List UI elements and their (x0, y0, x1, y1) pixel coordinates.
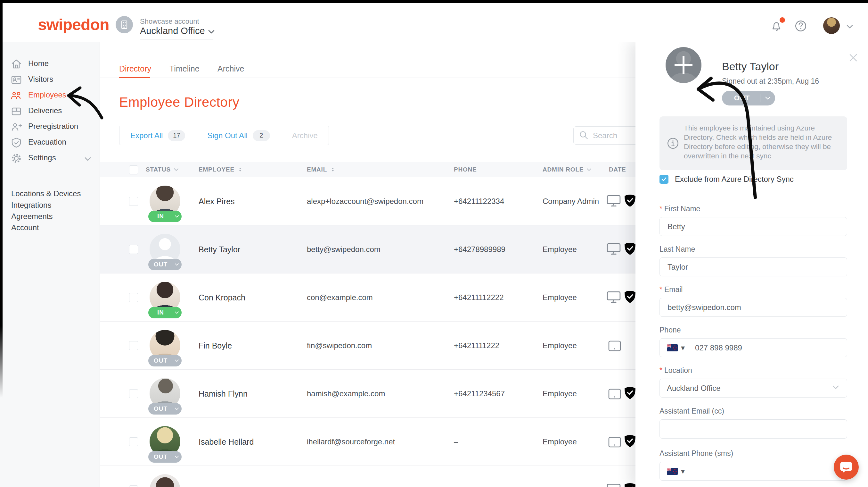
column-date[interactable]: DATE (609, 166, 626, 173)
sign-out-all-button[interactable]: Sign Out All 2 (196, 126, 281, 145)
sidebar-item-employees[interactable]: Employees (0, 88, 100, 103)
status-chevron-down-icon[interactable] (172, 214, 182, 219)
row-checkbox[interactable] (129, 197, 138, 206)
desktop-device-icon (606, 242, 621, 257)
row-checkbox[interactable] (129, 485, 138, 487)
column-email[interactable]: EMAIL (307, 166, 336, 173)
phone-field[interactable] (694, 343, 840, 353)
sidebar-item-settings[interactable]: Settings (0, 150, 100, 166)
desktop-device-icon (606, 194, 621, 209)
status-badge[interactable]: OUT (148, 259, 182, 270)
employee-phone: – (454, 437, 458, 446)
sidebar-item-preregistration[interactable]: Preregistration (0, 119, 100, 135)
user-avatar[interactable] (823, 17, 840, 34)
nz-flag-icon[interactable] (667, 468, 678, 475)
assistant-phone-field[interactable] (694, 466, 840, 476)
row-checkbox[interactable] (129, 341, 138, 350)
swipedon-logo[interactable]: swipedon (38, 16, 109, 34)
row-checkbox[interactable] (129, 389, 138, 398)
assistant-email-field[interactable] (667, 424, 840, 434)
sidebar-link-integrations[interactable]: Integrations (11, 201, 51, 210)
country-select-caret-icon[interactable]: ▾ (681, 467, 685, 476)
column-admin-role[interactable]: ADMIN ROLE (542, 166, 592, 173)
close-icon[interactable] (849, 53, 860, 64)
column-phone[interactable]: PHONE (454, 166, 477, 173)
row-checkbox[interactable] (129, 293, 138, 302)
sidebar-item-evacuation[interactable]: Evacuation (0, 135, 100, 150)
tablet-device-icon (608, 436, 622, 450)
status-badge[interactable]: IN (148, 307, 182, 318)
employee-admin-role: Employee (542, 293, 577, 302)
exclude-sync-label: Exclude from Azure Directory Sync (675, 175, 794, 184)
account-chevron-down-icon[interactable] (208, 28, 215, 36)
status-chevron-down-icon[interactable] (172, 310, 182, 315)
panel-status-line: Signed out at 2:35pm, Aug 16 (722, 77, 819, 86)
employee-name: Alex Pires (198, 197, 235, 206)
archive-button[interactable]: Archive (281, 126, 329, 145)
status-badge[interactable]: IN (148, 211, 182, 222)
location-verified-icon (624, 483, 636, 487)
status-chevron-down-icon[interactable] (172, 406, 182, 411)
user-menu-chevron-down-icon[interactable] (845, 23, 854, 31)
sidebar-item-home[interactable]: Home (0, 56, 100, 72)
employee-admin-role: Employee (542, 245, 577, 254)
location-verified-icon (624, 242, 636, 257)
column-status[interactable]: STATUS (146, 166, 179, 173)
top-header: swipedon Showcase account Auckland Offic… (0, 3, 868, 42)
export-all-button[interactable]: Export All 17 (120, 126, 196, 145)
status-chevron-down-icon[interactable] (172, 359, 182, 363)
status-badge[interactable]: OUT (148, 451, 182, 463)
employee-phone: +64211234567 (454, 389, 505, 398)
tab-archive[interactable]: Archive (217, 64, 244, 74)
location-verified-icon (624, 435, 636, 449)
status-chevron-down-icon[interactable] (761, 95, 775, 101)
sidebar-link-account[interactable]: Account (11, 223, 39, 232)
sign-out-count-badge: 2 (253, 130, 270, 141)
status-badge[interactable]: OUT (148, 403, 182, 414)
email-field[interactable] (667, 303, 840, 312)
bulk-actions-group: Export All 17 Sign Out All 2 Archive (119, 126, 329, 145)
desktop-device-icon (606, 290, 621, 305)
app-window: swipedon Showcase account Auckland Offic… (0, 0, 868, 487)
first-name-field[interactable] (667, 222, 840, 231)
sort-icon (237, 166, 243, 173)
row-checkbox[interactable] (129, 245, 138, 254)
assistant-email-label: Assistant Email (cc) (659, 407, 847, 416)
employee-phone: +6421111222 (454, 341, 499, 350)
tab-directory[interactable]: Directory (119, 64, 151, 74)
sidebar-item-deliveries[interactable]: Deliveries (0, 103, 100, 119)
last-name-field[interactable] (667, 262, 840, 272)
last-name-label: Last Name (659, 245, 847, 254)
nz-flag-icon[interactable] (667, 344, 678, 351)
sidebar-divider (10, 222, 90, 222)
column-employee[interactable]: EMPLOYEE (198, 166, 243, 173)
upload-photo-button[interactable] (665, 47, 702, 83)
tablet-device-icon (608, 388, 622, 401)
employee-admin-role: Employee (542, 437, 577, 446)
sidebar-link-locations-devices[interactable]: Locations & Devices (11, 189, 81, 198)
exclude-sync-checkbox[interactable] (659, 175, 669, 184)
location-select[interactable]: Auckland Office (659, 379, 847, 398)
tab-timeline[interactable]: Timeline (169, 64, 199, 74)
employee-email: betty@swipedon.com (307, 245, 380, 254)
preregistration-icon (10, 121, 22, 133)
employee-name: Isabelle Hellard (198, 437, 254, 447)
chat-launcher-button[interactable] (834, 455, 859, 480)
sidebar-item-visitors[interactable]: Visitors (0, 72, 100, 88)
status-badge[interactable]: OUT (148, 355, 182, 367)
status-chevron-down-icon[interactable] (172, 455, 182, 459)
location-group: *Location Auckland Office (659, 366, 847, 398)
status-chevron-down-icon[interactable] (172, 262, 182, 267)
account-building-icon (116, 16, 133, 33)
employee-email: ihellardf@sourceforge.net (307, 437, 395, 446)
country-select-caret-icon[interactable]: ▾ (681, 343, 685, 352)
row-checkbox[interactable] (129, 437, 138, 446)
sidebar-link-agreements[interactable]: Agreements (11, 212, 53, 221)
desktop-device-icon (606, 483, 621, 487)
employee-phone: +64278989989 (454, 245, 505, 254)
select-all-checkbox[interactable] (129, 166, 138, 174)
account-switcher[interactable]: Auckland Office (140, 26, 205, 36)
employee-admin-role: Company Admin (542, 197, 599, 206)
panel-status-button[interactable]: OUT (722, 91, 775, 106)
help-icon[interactable] (795, 20, 807, 33)
